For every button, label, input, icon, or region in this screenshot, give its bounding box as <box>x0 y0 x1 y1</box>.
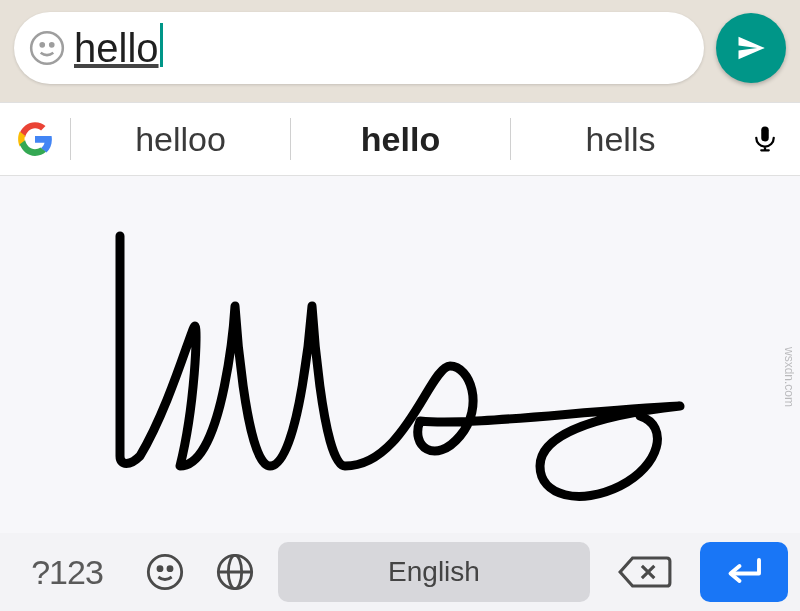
enter-key[interactable] <box>700 542 788 602</box>
space-key[interactable]: English <box>278 542 590 602</box>
microphone-icon[interactable] <box>730 119 800 159</box>
send-button[interactable] <box>716 13 786 83</box>
text-cursor <box>160 23 163 67</box>
google-icon[interactable] <box>0 121 70 157</box>
backspace-key[interactable] <box>606 552 684 592</box>
watermark-text: wsxdn.com <box>782 347 796 407</box>
message-input-pill[interactable]: hello <box>14 12 704 84</box>
suggestion-center[interactable]: hello <box>291 120 510 159</box>
globe-icon[interactable] <box>208 552 262 592</box>
svg-point-0 <box>31 32 63 64</box>
svg-point-4 <box>158 567 162 571</box>
suggestion-right[interactable]: hells <box>511 120 730 159</box>
message-text[interactable]: hello <box>68 26 159 71</box>
emoji-icon[interactable] <box>26 27 68 69</box>
chat-input-row: hello <box>0 0 800 102</box>
send-icon <box>736 33 766 63</box>
svg-point-2 <box>50 43 53 46</box>
svg-point-1 <box>41 43 44 46</box>
svg-point-3 <box>148 555 181 588</box>
keyboard-bottom-row: ?123 English <box>0 533 800 611</box>
symbols-key[interactable]: ?123 <box>12 553 122 592</box>
suggestion-left[interactable]: helloo <box>71 120 290 159</box>
emoji-key[interactable] <box>138 552 192 592</box>
suggestion-bar: helloo hello hells <box>0 102 800 176</box>
handwriting-stroke <box>0 176 800 516</box>
handwriting-canvas[interactable]: wsxdn.com <box>0 176 800 533</box>
svg-point-5 <box>168 567 172 571</box>
